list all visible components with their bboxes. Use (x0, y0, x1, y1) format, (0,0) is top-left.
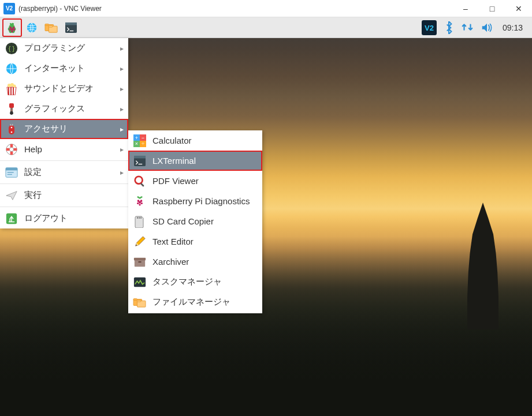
lxpanel: V2 09:13 (0, 17, 532, 38)
svg-text:{ }: { } (9, 44, 15, 51)
svg-rect-10 (49, 25, 52, 27)
submenu-item-calculator[interactable]: +−×÷ Calculator (128, 130, 262, 151)
menu-label: 実行 (24, 190, 124, 201)
vnc-server-tray-icon[interactable]: V2 (422, 20, 437, 35)
svg-point-43 (135, 176, 143, 183)
svg-rect-51 (137, 217, 138, 219)
submenu-label: タスクマネージャ (152, 276, 222, 287)
code-braces-icon: { } (5, 42, 18, 55)
submenu-item-file-manager[interactable]: ファイルマネージャ (128, 292, 262, 312)
maximize-button[interactable]: □ (479, 0, 505, 17)
menu-item-help[interactable]: Help ▸ (0, 139, 128, 159)
svg-point-49 (141, 202, 143, 204)
menu-label: グラフィックス (24, 103, 120, 114)
svg-point-48 (137, 202, 139, 204)
svg-point-20 (13, 84, 16, 87)
svg-rect-8 (45, 24, 49, 25)
submenu-item-xarchiver[interactable]: Xarchiver (128, 252, 262, 272)
submenu-item-sd-card-copier[interactable]: SD Card Copier (128, 211, 262, 231)
bluetooth-tray-icon[interactable] (444, 21, 454, 34)
globe-icon (5, 62, 18, 76)
application-menu: { } プログラミング ▸ インターネット ▸ サウンドとビデオ ▸ グラフィッ… (0, 38, 128, 228)
submenu-item-lxterminal[interactable]: LXTerminal (128, 151, 262, 171)
panel-clock[interactable]: 09:13 (500, 23, 525, 32)
exit-icon (5, 212, 18, 226)
menu-label: Help (24, 144, 120, 154)
minimize-button[interactable]: – (452, 0, 479, 17)
menu-item-programming[interactable]: { } プログラミング ▸ (0, 38, 128, 58)
submenu-item-rpi-diagnostics[interactable]: Raspberry Pi Diagnostics (128, 191, 262, 211)
svg-rect-22 (10, 108, 13, 111)
sd-card-icon (133, 215, 147, 228)
vnc-app-icon: V2 (3, 3, 15, 14)
system-tray: V2 09:13 (422, 20, 530, 35)
submenu-item-pdf-viewer[interactable]: PDF Viewer (128, 171, 262, 191)
svg-text:−: − (142, 134, 144, 140)
wallpaper-temple (457, 203, 509, 329)
preferences-icon (5, 166, 18, 179)
menu-label: プログラミング (24, 43, 120, 54)
svg-point-25 (11, 131, 13, 133)
svg-rect-54 (135, 260, 145, 267)
svg-point-24 (11, 126, 13, 128)
chevron-right-icon: ▸ (120, 105, 124, 113)
menu-item-accessories[interactable]: アクセサリ ▸ (0, 119, 128, 139)
web-browser-launcher[interactable] (23, 19, 41, 36)
svg-rect-55 (134, 257, 146, 260)
network-tray-icon[interactable] (461, 22, 474, 33)
svg-rect-30 (8, 172, 14, 173)
svg-text:V2: V2 (425, 24, 434, 32)
svg-rect-23 (9, 125, 14, 134)
submenu-label: Xarchiver (152, 257, 189, 267)
menu-separator (0, 207, 128, 207)
svg-point-3 (9, 29, 11, 31)
svg-text:×: × (135, 141, 138, 147)
chevron-right-icon: ▸ (120, 145, 124, 153)
paintbrush-icon (5, 102, 18, 116)
menu-label: サウンドとビデオ (24, 83, 120, 94)
volume-tray-icon[interactable] (481, 22, 493, 33)
file-manager-launcher[interactable] (42, 19, 61, 36)
svg-rect-21 (9, 103, 14, 108)
close-button[interactable]: ✕ (505, 0, 532, 17)
svg-point-5 (11, 30, 13, 32)
submenu-label: Text Editor (152, 237, 194, 246)
svg-rect-42 (134, 155, 146, 158)
submenu-label: SD Card Copier (152, 216, 214, 226)
terminal-icon (133, 154, 147, 168)
svg-text:+: + (135, 134, 138, 140)
chevron-right-icon: ▸ (120, 125, 124, 133)
app-menu-launcher[interactable] (3, 19, 21, 36)
submenu-item-text-editor[interactable]: Text Editor (128, 231, 262, 252)
menu-item-graphics[interactable]: グラフィックス ▸ (0, 99, 128, 119)
popcorn-icon (5, 82, 18, 96)
svg-rect-56 (138, 261, 142, 263)
chevron-right-icon: ▸ (120, 85, 124, 93)
terminal-launcher[interactable] (62, 19, 80, 36)
menu-label: インターネット (24, 63, 120, 74)
swiss-knife-icon (5, 122, 18, 136)
svg-point-47 (139, 201, 141, 203)
menu-separator (0, 183, 128, 184)
menu-item-run[interactable]: 実行 (0, 185, 128, 205)
paper-plane-icon (5, 189, 18, 203)
chevron-right-icon: ▸ (120, 65, 124, 73)
submenu-label: LXTerminal (152, 156, 196, 166)
submenu-label: Calculator (152, 136, 192, 145)
menu-item-sound-video[interactable]: サウンドとビデオ ▸ (0, 78, 128, 99)
svg-point-0 (9, 27, 12, 29)
menu-item-preferences[interactable]: 設定 ▸ (0, 162, 128, 182)
folders-icon (133, 295, 147, 309)
raspberry-icon (6, 21, 18, 34)
submenu-label: Raspberry Pi Diagnostics (152, 196, 250, 206)
svg-rect-44 (140, 182, 144, 186)
menu-item-internet[interactable]: インターネット ▸ (0, 58, 128, 78)
lifebuoy-icon (5, 143, 18, 156)
menu-label: ログアウト (24, 213, 124, 224)
submenu-item-task-manager[interactable]: タスクマネージャ (128, 272, 262, 292)
menu-separator (0, 160, 128, 161)
remote-desktop[interactable]: V2 09:13 { } プログラミング ▸ イン (0, 17, 532, 416)
submenu-label: PDF Viewer (152, 176, 199, 186)
menu-item-logout[interactable]: ログアウト (0, 208, 128, 228)
svg-rect-59 (133, 298, 137, 300)
